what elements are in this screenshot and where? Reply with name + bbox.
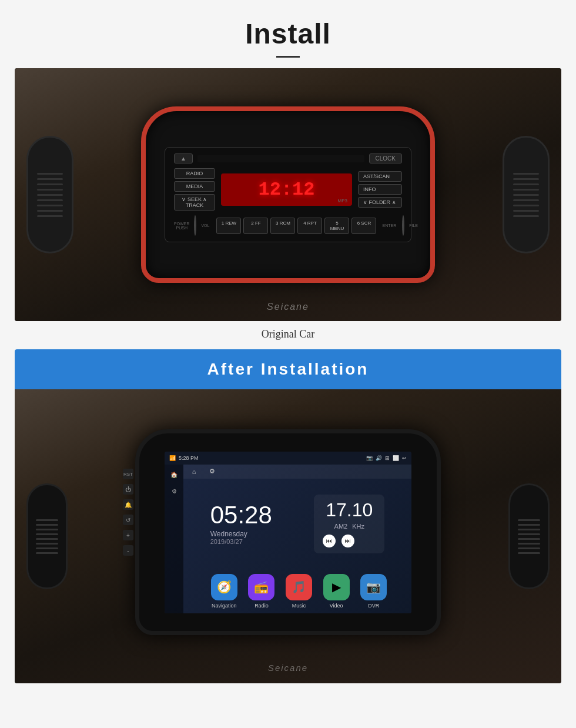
clock-button[interactable]: CLOCK	[369, 153, 402, 163]
video-app-icon[interactable]: ▶	[323, 574, 350, 600]
enter-label: ENTER	[382, 223, 396, 228]
radio-buttons-right: AST/SCAN INFO ∨ FOLDER ∧	[358, 171, 402, 208]
navigation-app-icon[interactable]: 🧭	[211, 574, 237, 600]
android-nav-bar: ⌂ ⚙	[183, 465, 411, 479]
radio-label-row: AM2 KHz	[323, 523, 376, 530]
clock-time: 05:28	[210, 503, 272, 527]
android-screen: 📶 5:28 PM 📷 🔊 ⊞ ⬜ ↩	[165, 452, 411, 613]
original-car-bg: ▲ CLOCK RADIO MEDIA ∨ SEEK ∧TRACK	[15, 68, 561, 321]
after-banner: After Installation	[15, 349, 561, 389]
bell-button[interactable]: 🔔	[123, 499, 133, 510]
vent-left	[26, 136, 73, 253]
prev-track-button[interactable]: ⏮	[323, 535, 336, 547]
after-vent-left	[26, 483, 68, 589]
android-content: 🏠 ⚙ ⌂ ⚙	[165, 465, 411, 613]
camera-icon: 📷	[366, 455, 373, 461]
media-button[interactable]: MEDIA	[174, 181, 215, 192]
android-main: ⌂ ⚙ 05:28 Wednesday 2019/03/27	[183, 465, 411, 613]
seek-track-button[interactable]: ∨ SEEK ∧TRACK	[174, 194, 215, 211]
vent-right	[503, 136, 550, 253]
radio-app-label: Radio	[254, 603, 269, 609]
clock-block: 05:28 Wednesday 2019/03/27	[210, 503, 272, 545]
android-status-bar: 📶 5:28 PM 📷 🔊 ⊞ ⬜ ↩	[165, 452, 411, 465]
status-icons-left: 📶 5:28 PM	[169, 455, 199, 461]
clock-day: Wednesday	[210, 530, 272, 538]
gear-icon[interactable]: ⚙	[207, 467, 217, 476]
dvr-app-icon[interactable]: 📷	[360, 574, 387, 600]
back-sidebar-button[interactable]: ↺	[123, 515, 133, 525]
tune-knob[interactable]	[402, 215, 404, 236]
preset-3[interactable]: 3 RCM	[270, 218, 295, 234]
home-nav-icon[interactable]: 🏠	[168, 469, 180, 481]
back-status-icon: ↩	[402, 455, 407, 461]
after-vent-right	[508, 483, 550, 589]
vol-label: VOL	[201, 223, 209, 228]
original-car-image: ▲ CLOCK RADIO MEDIA ∨ SEEK ∧TRACK	[15, 68, 561, 321]
radio-display: 12:12 MP3	[221, 173, 352, 206]
eject-button[interactable]: ▲	[174, 153, 193, 163]
info-button[interactable]: INFO	[358, 184, 402, 195]
volume-knob[interactable]	[194, 215, 196, 236]
volume-icon: 🔊	[376, 455, 382, 461]
radio-khz-label: KHz	[352, 523, 364, 530]
after-car-bg: RST ⏻ 🔔 ↺ + - 📶 5:28 PM	[15, 389, 561, 683]
android-radio-block: 17.10 AM2 KHz ⏮ ⏭	[314, 495, 384, 553]
radio-am-label: AM2	[334, 523, 348, 530]
main-content: ▲ CLOCK RADIO MEDIA ∨ SEEK ∧TRACK	[0, 68, 576, 683]
app-dvr[interactable]: 📷 DVR	[360, 574, 387, 609]
window-icon: ⬜	[393, 455, 399, 461]
original-seicane-watermark: Seicane	[267, 302, 309, 312]
app-radio[interactable]: 📻 Radio	[248, 574, 274, 609]
app-navigation[interactable]: 🧭 Navigation	[211, 574, 237, 609]
radio-unit: ▲ CLOCK RADIO MEDIA ∨ SEEK ∧TRACK	[165, 147, 411, 242]
preset-buttons: 1 REW 2 FF 3 RCM 4 RPT 5 MENU 6 SCR	[216, 218, 376, 234]
radio-time: 12:12	[258, 179, 314, 201]
after-installation-title: After Installation	[207, 360, 369, 378]
android-clock-area: 05:28 Wednesday 2019/03/27 17.10 AM2	[183, 479, 411, 569]
mp3-label: MP3	[338, 198, 347, 203]
ast-scan-button[interactable]: AST/SCAN	[358, 171, 402, 182]
preset-4[interactable]: 4 RPT	[297, 218, 322, 234]
dvr-app-label: DVR	[368, 603, 379, 609]
app-music[interactable]: 🎵 Music	[286, 574, 312, 609]
original-radio-frame: ▲ CLOCK RADIO MEDIA ∨ SEEK ∧TRACK	[141, 106, 435, 283]
original-car-label: Original Car	[262, 328, 314, 340]
preset-2[interactable]: 2 FF	[243, 218, 268, 234]
preset-5[interactable]: 5 MENU	[324, 218, 349, 234]
radio-controls: ⏮ ⏭	[323, 535, 376, 547]
power-sidebar-button[interactable]: ⏻	[123, 484, 133, 495]
wifi-icon: 📶	[169, 455, 176, 461]
radio-button[interactable]: RADIO	[174, 168, 215, 179]
vol-down-button[interactable]: -	[123, 545, 133, 556]
power-push-label: POWERPUSH	[174, 222, 189, 230]
after-seicane-watermark: Seicane	[268, 663, 308, 673]
original-section: ▲ CLOCK RADIO MEDIA ∨ SEEK ∧TRACK	[9, 68, 567, 683]
android-unit-frame: RST ⏻ 🔔 ↺ + - 📶 5:28 PM	[135, 429, 441, 635]
status-icons-right: 📷 🔊 ⊞ ⬜ ↩	[366, 455, 407, 461]
radio-frequency: 17.10	[323, 500, 376, 519]
page-title: Install	[245, 18, 331, 50]
music-app-label: Music	[292, 603, 306, 609]
app-grid: 🧭 Navigation 📻 Radio 🎵	[183, 569, 411, 613]
navigation-app-label: Navigation	[212, 603, 237, 609]
next-track-button[interactable]: ⏭	[341, 535, 354, 547]
app-video[interactable]: ▶ Video	[323, 574, 350, 609]
folder-button[interactable]: ∨ FOLDER ∧	[358, 197, 402, 208]
home-icon[interactable]: ⌂	[189, 467, 199, 476]
music-app-icon[interactable]: 🎵	[286, 574, 312, 600]
after-car-image: RST ⏻ 🔔 ↺ + - 📶 5:28 PM	[15, 389, 561, 683]
settings-icon[interactable]: ⚙	[168, 486, 180, 497]
android-sidebar: 🏠 ⚙	[165, 465, 183, 613]
radio-buttons-left: RADIO MEDIA ∨ SEEK ∧TRACK	[174, 168, 215, 211]
preset-6[interactable]: 6 SCR	[351, 218, 376, 234]
preset-1[interactable]: 1 REW	[216, 218, 241, 234]
file-label: FILE	[409, 223, 418, 228]
clock-date: 2019/03/27	[210, 538, 272, 545]
radio-app-icon[interactable]: 📻	[248, 574, 274, 600]
vol-up-button[interactable]: +	[123, 530, 133, 540]
title-divider	[276, 56, 300, 58]
rst-button[interactable]: RST	[123, 469, 133, 479]
screenshot-icon: ⊞	[385, 455, 390, 461]
status-time: 5:28 PM	[179, 455, 199, 461]
video-app-label: Video	[330, 603, 343, 609]
